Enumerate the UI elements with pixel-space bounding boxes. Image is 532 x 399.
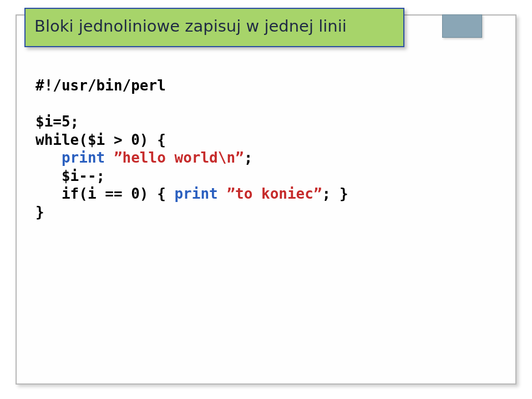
code-line-1: #!/usr/bin/perl xyxy=(36,77,166,94)
code-l6-string: ”to koniec” xyxy=(226,185,322,202)
code-l4-space xyxy=(105,149,114,166)
code-block: #!/usr/bin/perl $i=5; while($i > 0) { pr… xyxy=(36,77,496,221)
corner-tab xyxy=(442,14,482,38)
title-box: Bloki jednoliniowe zapisuj w jednej lini… xyxy=(24,8,404,47)
code-l6-pre: if(i == 0) { xyxy=(36,185,174,202)
code-line-5: $i--; xyxy=(36,168,105,184)
code-l6-space xyxy=(218,185,227,202)
code-l6-print: print xyxy=(174,185,217,202)
code-line-7: } xyxy=(36,204,44,220)
code-l6-post: ; } xyxy=(322,185,348,202)
code-line-2: $i=5; xyxy=(36,113,79,130)
code-line-3: while($i > 0) { xyxy=(36,132,166,148)
slide-frame: Bloki jednoliniowe zapisuj w jednej lini… xyxy=(16,14,516,385)
code-l4-string: ”hello world\n” xyxy=(114,149,244,166)
slide-title: Bloki jednoliniowe zapisuj w jednej lini… xyxy=(34,17,394,36)
code-l4-indent xyxy=(36,149,62,166)
code-l4-print: print xyxy=(62,149,105,166)
slide: Bloki jednoliniowe zapisuj w jednej lini… xyxy=(0,0,532,399)
code-l4-semi: ; xyxy=(244,149,253,166)
